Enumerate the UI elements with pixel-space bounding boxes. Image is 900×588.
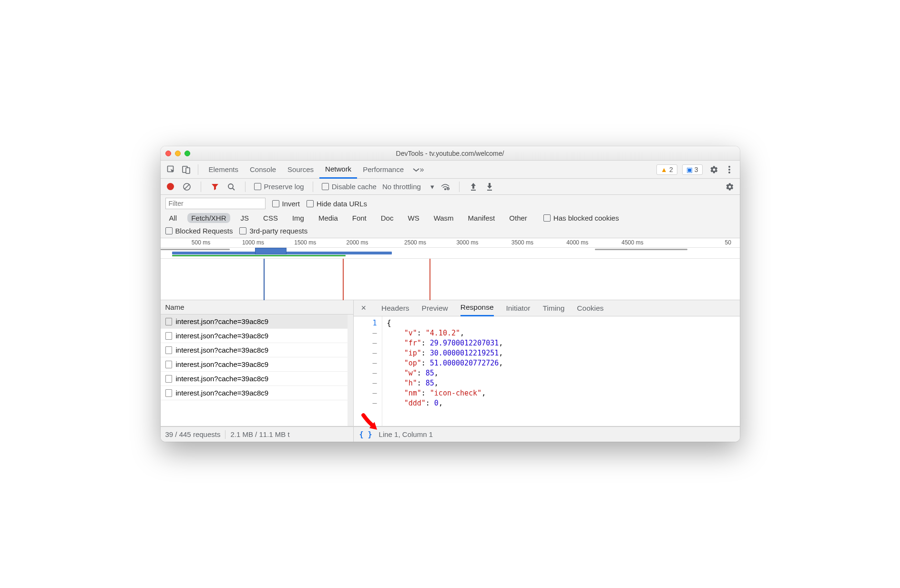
request-list: interest.json?cache=39ac8c9interest.json…: [161, 314, 348, 426]
kebab-menu-icon[interactable]: [723, 163, 736, 176]
file-icon: [165, 375, 172, 383]
filter-type-css[interactable]: CSS: [259, 213, 282, 223]
file-icon: [165, 318, 172, 325]
window-title: DevTools - tv.youtube.com/welcome/: [161, 150, 740, 157]
request-row[interactable]: interest.json?cache=39ac8c9: [161, 386, 348, 400]
tab-console[interactable]: Console: [244, 161, 282, 179]
warnings-badge[interactable]: ▲ 2: [656, 164, 677, 175]
search-icon[interactable]: [226, 182, 236, 192]
main-tabbar: ElementsConsoleSourcesNetworkPerformance…: [161, 161, 740, 179]
network-settings-icon[interactable]: [725, 182, 735, 192]
svg-line-9: [233, 188, 235, 190]
message-icon: ▣: [686, 166, 693, 173]
tab-sources[interactable]: Sources: [282, 161, 319, 179]
invert-checkbox[interactable]: Invert: [272, 200, 300, 208]
timeline-tick: 500 ms: [192, 239, 210, 246]
network-toolbar: Preserve log Disable cache No throttling…: [161, 179, 740, 195]
hide-data-urls-checkbox[interactable]: Hide data URLs: [307, 200, 367, 208]
detail-tab-cookies[interactable]: Cookies: [577, 300, 603, 316]
svg-point-10: [445, 188, 446, 190]
detail-tab-preview[interactable]: Preview: [422, 300, 448, 316]
blocked-requests-checkbox[interactable]: Blocked Requests: [165, 227, 233, 235]
detail-pane: × HeadersPreviewResponseInitiatorTimingC…: [354, 300, 740, 426]
split-view: Name interest.json?cache=39ac8c9interest…: [161, 300, 740, 426]
request-name: interest.json?cache=39ac8c9: [176, 360, 269, 368]
filter-type-media[interactable]: Media: [315, 213, 342, 223]
filter-type-all[interactable]: All: [165, 213, 181, 223]
column-header-name[interactable]: Name: [161, 300, 353, 314]
svg-point-8: [228, 184, 233, 189]
svg-rect-13: [487, 190, 492, 191]
timeline-tick: 3000 ms: [456, 239, 478, 246]
timeline-tick: 1500 ms: [294, 239, 316, 246]
timeline-tick: 2500 ms: [404, 239, 426, 246]
file-icon: [165, 346, 172, 354]
request-row[interactable]: interest.json?cache=39ac8c9: [161, 343, 348, 357]
upload-icon[interactable]: [468, 182, 479, 192]
timeline-overview[interactable]: 500 ms1000 ms1500 ms2000 ms2500 ms3000 m…: [161, 238, 740, 300]
timeline-selection[interactable]: [255, 248, 287, 254]
messages-badge[interactable]: ▣ 3: [682, 164, 703, 175]
pretty-print-button[interactable]: { }: [359, 430, 372, 439]
request-row[interactable]: interest.json?cache=39ac8c9: [161, 357, 348, 372]
file-icon: [165, 389, 172, 397]
file-icon: [165, 361, 172, 368]
filter-type-other[interactable]: Other: [505, 213, 531, 223]
inspect-icon[interactable]: [164, 163, 178, 176]
download-icon[interactable]: [484, 182, 495, 192]
svg-rect-12: [471, 190, 476, 191]
filter-type-manifest[interactable]: Manifest: [464, 213, 499, 223]
clear-button[interactable]: [182, 182, 192, 192]
filter-type-img[interactable]: Img: [288, 213, 308, 223]
svg-line-7: [184, 184, 189, 189]
preserve-log-checkbox[interactable]: Preserve log: [254, 182, 304, 191]
third-party-checkbox[interactable]: 3rd-party requests: [239, 227, 307, 235]
devtools-window: DevTools - tv.youtube.com/welcome/ Eleme…: [161, 146, 740, 442]
has-blocked-cookies-checkbox[interactable]: Has blocked cookies: [543, 214, 619, 222]
detail-tab-response[interactable]: Response: [460, 300, 494, 316]
file-icon: [165, 332, 172, 340]
chevron-down-icon: ▾: [430, 182, 434, 191]
tab-elements[interactable]: Elements: [203, 161, 245, 179]
device-toggle-icon[interactable]: [180, 163, 193, 176]
filter-type-js[interactable]: JS: [237, 213, 253, 223]
filter-toggle-icon[interactable]: [210, 182, 220, 192]
timeline-tick: 4000 ms: [566, 239, 588, 246]
throttling-select[interactable]: No throttling ▾: [382, 182, 434, 191]
network-conditions-icon[interactable]: [440, 182, 450, 192]
request-list-pane: Name interest.json?cache=39ac8c9interest…: [161, 300, 354, 426]
titlebar: DevTools - tv.youtube.com/welcome/: [161, 146, 740, 161]
request-name: interest.json?cache=39ac8c9: [176, 332, 269, 340]
request-name: interest.json?cache=39ac8c9: [176, 389, 269, 397]
close-detail-icon[interactable]: ×: [361, 303, 367, 313]
request-row[interactable]: interest.json?cache=39ac8c9: [161, 314, 348, 329]
filter-type-font[interactable]: Font: [348, 213, 370, 223]
svg-point-4: [728, 169, 730, 171]
timeline-tick: 3500 ms: [511, 239, 533, 246]
filter-type-ws[interactable]: WS: [404, 213, 423, 223]
warning-icon: ▲: [661, 166, 667, 173]
filter-type-doc[interactable]: Doc: [377, 213, 398, 223]
svg-rect-2: [186, 168, 190, 173]
timeline-bars: [161, 248, 740, 258]
request-row[interactable]: interest.json?cache=39ac8c9: [161, 329, 348, 343]
tab-performance[interactable]: Performance: [357, 161, 409, 179]
svg-point-5: [728, 172, 730, 173]
scrollbar[interactable]: [348, 314, 353, 426]
filter-input[interactable]: [165, 198, 266, 209]
response-body[interactable]: 1–––––––– { "v": "4.10.2", "fr": 29.9700…: [354, 316, 740, 426]
detail-tab-initiator[interactable]: Initiator: [506, 300, 531, 316]
disable-cache-checkbox[interactable]: Disable cache: [322, 182, 377, 191]
settings-icon[interactable]: [707, 163, 721, 176]
filter-type-fetchxhr[interactable]: Fetch/XHR: [187, 213, 230, 223]
more-tabs-icon[interactable]: »: [411, 163, 425, 176]
filter-type-wasm[interactable]: Wasm: [430, 213, 458, 223]
request-name: interest.json?cache=39ac8c9: [176, 317, 269, 325]
record-button[interactable]: [165, 182, 176, 192]
detail-tab-headers[interactable]: Headers: [381, 300, 409, 316]
tab-network[interactable]: Network: [319, 161, 357, 179]
detail-tab-timing[interactable]: Timing: [542, 300, 564, 316]
request-count: 39 / 445 requests: [165, 430, 221, 438]
transfer-size: 2.1 MB / 11.1 MB t: [230, 430, 289, 438]
request-row[interactable]: interest.json?cache=39ac8c9: [161, 372, 348, 386]
